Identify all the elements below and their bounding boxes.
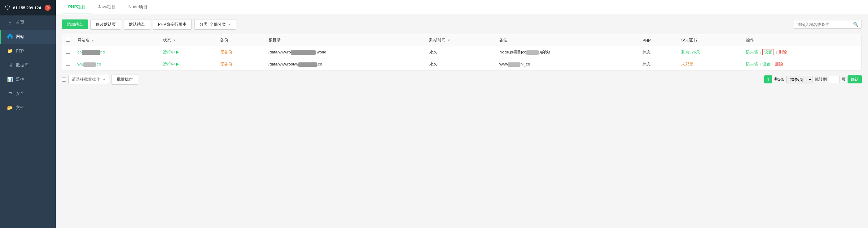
row2-name-link[interactable]: ww███.co (78, 62, 101, 67)
sidebar-label-home: 首页 (16, 20, 25, 25)
row1-firewall-link[interactable]: 防火墙 (746, 50, 758, 54)
sidebar-label-files: 文件 (16, 105, 25, 111)
col-remark: 备注 (496, 34, 639, 46)
col-ssl: SSL证书 (678, 34, 742, 46)
sidebar-item-security[interactable]: 🛡 安全 (0, 86, 56, 101)
row1-checkbox[interactable] (66, 50, 70, 54)
row1-expiry: 永久 (426, 46, 496, 59)
sidebar-label-database: 数据库 (16, 63, 29, 68)
row2-remark: wwwni_co (496, 59, 639, 70)
category-dropdown[interactable]: 分类: 全部分类 ▼ (194, 19, 236, 30)
row2-root: /data/wwwroot/w.co (265, 59, 426, 70)
page-content: 添加站点 修改默认页 默认站点 PHP命令行版本 分类: 全部分类 ▼ 🔍 (56, 14, 868, 228)
ftp-icon: 📁 (7, 48, 13, 54)
row2-settings-link[interactable]: 设置 (763, 62, 770, 67)
row2-firewall-link[interactable]: 防火墙 (746, 62, 758, 67)
row2-backup: 无备份 (217, 59, 265, 70)
sidebar-item-ftp[interactable]: 📁 FTP (0, 44, 56, 58)
row1-settings-link[interactable]: 设置 (763, 49, 774, 55)
row2-status: 运行中 (159, 59, 217, 70)
row2-ssl: 未部署 (678, 59, 742, 70)
row2-name: ww███.co (74, 59, 159, 70)
row2-checkbox[interactable] (66, 62, 70, 66)
row1-delete-link[interactable]: 删除 (779, 50, 787, 54)
add-site-button[interactable]: 添加站点 (62, 20, 88, 29)
row1-php: 静态 (639, 46, 678, 59)
toolbar: 添加站点 修改默认页 默认站点 PHP命令行版本 分类: 全部分类 ▼ 🔍 (62, 19, 862, 30)
confirm-jump-button[interactable]: 确认 (847, 75, 862, 83)
sidebar-item-files[interactable]: 📂 文件 (0, 101, 56, 115)
row1-backup: 无备份 (217, 46, 265, 59)
server-icon: 🛡 (5, 5, 10, 11)
row1-actions: 防火墙 | 设置 | 删除 (742, 46, 862, 59)
sort-name-icon: ▲ (91, 39, 94, 42)
security-icon: 🛡 (7, 91, 13, 97)
sidebar-label-monitor: 监控 (16, 77, 25, 82)
table-header-row: 网站名 ▲ 状态 ▼ 备份 根目录 到期时间 ▼ 备注 (62, 34, 862, 46)
row1-status: 运行中 (159, 46, 217, 59)
sidebar-label-ftp: FTP (16, 48, 24, 53)
col-status: 状态 ▼ (159, 34, 217, 46)
table-row: co██████rld 运行中 无备份 (62, 46, 862, 59)
tab-php[interactable]: PHP项目 (62, 0, 92, 14)
total-count: 共2条 (774, 77, 784, 82)
row1-running-arrow (176, 51, 179, 54)
row1-root: /data/wwwro.world (265, 46, 426, 59)
row2-expiry: 永久 (426, 59, 496, 70)
row1-name: co██████rld (74, 46, 159, 59)
database-icon: 🗄 (7, 63, 13, 68)
jump-to-label: 跳转到 (815, 77, 827, 82)
row2-name-blurred: ███ (83, 63, 96, 67)
row2-status-running: 运行中 (163, 62, 213, 67)
row1-name-link[interactable]: co██████rld (78, 50, 105, 54)
col-root: 根目录 (265, 34, 426, 46)
batch-dropdown-arrow: ▼ (102, 78, 105, 81)
sort-status-icon: ▼ (173, 39, 176, 42)
tab-node[interactable]: Node项目 (122, 0, 153, 14)
monitor-icon: 📊 (7, 77, 13, 82)
sort-expiry-icon: ▼ (447, 39, 451, 42)
php-cli-version-button[interactable]: PHP命令行版本 (153, 19, 192, 30)
tabs-bar: PHP项目 Java项目 Node项目 (56, 0, 868, 14)
current-page[interactable]: 1 (764, 75, 772, 83)
jump-page-input[interactable]: 1 (829, 76, 840, 83)
footer-select-all[interactable] (62, 78, 66, 82)
row1-status-running: 运行中 (163, 49, 213, 55)
row1-remark-blurred (526, 50, 539, 55)
search-box[interactable]: 🔍 (794, 20, 862, 29)
default-site-button[interactable]: 默认站点 (124, 19, 150, 30)
pagination: 1 共2条 20条/页 50条/页 100条/页 跳转到 1 页 确认 (764, 75, 862, 83)
sidebar: 🛡 61.155.209.124 0 ⌂ 首页 🌐 网站 📁 FTP 🗄 数据库… (0, 0, 56, 228)
batch-select-dropdown[interactable]: 请选择批量操作 ▼ (68, 75, 109, 84)
row2-remark-blurred (508, 63, 520, 67)
col-php: PHP (639, 34, 678, 46)
select-all-checkbox[interactable] (66, 38, 70, 42)
sidebar-item-website[interactable]: 🌐 网站 (0, 30, 56, 44)
page-unit: 页 (842, 77, 846, 82)
notification-badge[interactable]: 0 (44, 5, 51, 11)
search-icon: 🔍 (853, 22, 859, 27)
row1-ssl: 剩余326天 (678, 46, 742, 59)
batch-action-button[interactable]: 批量操作 (112, 74, 138, 85)
sidebar-item-home[interactable]: ⌂ 首页 (0, 15, 56, 30)
row2-actions: 防火墙 | 设置 | 删除 (742, 59, 862, 70)
category-dropdown-arrow: ▼ (228, 23, 231, 26)
modify-default-page-button[interactable]: 修改默认页 (90, 19, 121, 30)
home-icon: ⌂ (7, 20, 13, 25)
sidebar-item-database[interactable]: 🗄 数据库 (0, 58, 56, 72)
per-page-select[interactable]: 20条/页 50条/页 100条/页 (786, 76, 813, 83)
main-content: PHP项目 Java项目 Node项目 添加站点 修改默认页 默认站点 PHP命… (56, 0, 868, 228)
sidebar-label-website: 网站 (16, 34, 25, 40)
sidebar-label-security: 安全 (16, 91, 25, 97)
sidebar-item-monitor[interactable]: 📊 监控 (0, 72, 56, 86)
server-ip: 61.155.209.124 (13, 6, 41, 10)
search-input[interactable] (797, 22, 851, 27)
row1-name-blurred: ██████ (82, 50, 100, 55)
files-icon: 📂 (7, 105, 13, 111)
tab-java[interactable]: Java项目 (92, 0, 122, 14)
row2-root-blurred (298, 63, 317, 67)
footer-bar: 请选择批量操作 ▼ 批量操作 1 共2条 20条/页 50条/页 100条/页 … (62, 74, 862, 85)
col-name: 网站名 ▲ (74, 34, 159, 46)
row2-delete-link[interactable]: 删除 (775, 62, 783, 67)
row1-remark: Node.js项目[coJ的映! (496, 46, 639, 59)
